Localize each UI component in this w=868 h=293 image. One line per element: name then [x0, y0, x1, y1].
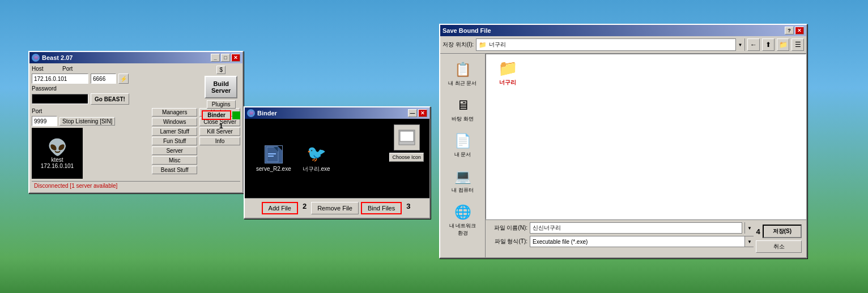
beast-title: 👾 Beast 2.07 — [32, 54, 73, 62]
step3-label: 3 — [406, 202, 410, 214]
server-btn[interactable]: Server — [152, 146, 197, 155]
binder-canvas: serve_R2.exe 🐦 너구리.exe Choose Icon — [245, 119, 429, 198]
build-server-btn[interactable]: BuildServer — [205, 76, 237, 98]
svg-rect-2 — [268, 153, 276, 154]
sidebar-network[interactable]: 🌐 내 네트워크 환경 — [443, 201, 483, 239]
alien-box: 👽 ktest 172.16.0.101 — [32, 128, 83, 179]
connect-btn[interactable]: ⚡ — [118, 74, 129, 84]
filetype-value: Executable file (*.exe) — [533, 239, 588, 245]
beast-close-btn[interactable]: ✕ — [231, 54, 240, 62]
nav-buttons: Managers Windows Lamer Stuff Fun Stuff S… — [152, 108, 197, 179]
save-btn[interactable]: 저장(S) — [763, 225, 802, 238]
filename-label: 파일 이름(N): — [488, 224, 527, 232]
svg-rect-5 — [400, 131, 414, 141]
network-label: 내 네트워크 환경 — [445, 222, 480, 237]
save-main-area: 📁 너구리 파일 이름(N): ▼ — [486, 54, 806, 257]
windows-btn[interactable]: Windows — [152, 118, 197, 126]
alien-icon: 👽 — [48, 138, 67, 157]
recent-icon: 📋 — [454, 61, 472, 79]
beast-minimize-btn[interactable]: _ — [211, 54, 220, 62]
save-window: Save Bound File ? ✕ 저장 위치(I): 📁 너구리 ▼ ← … — [439, 24, 807, 258]
filename-input[interactable] — [530, 222, 742, 234]
save-help-btn[interactable]: ? — [785, 27, 794, 35]
status-text: Disconnected [1 server available] — [34, 183, 117, 189]
icon-preview — [394, 124, 420, 150]
step4-label: 4 — [756, 227, 760, 236]
filetype-combo[interactable]: Executable file (*.exe) ▼ — [530, 236, 754, 247]
save-btn-row: 4 저장(S) — [756, 225, 802, 238]
host-input[interactable] — [32, 74, 88, 84]
location-combo[interactable]: 📁 너구리 ▼ — [476, 38, 745, 51]
alien-name: ktest — [51, 157, 63, 163]
save-views-btn[interactable]: ☰ — [792, 38, 804, 51]
binder-file2: 🐦 너구리.exe — [303, 144, 330, 173]
dollar-btn[interactable]: $ — [216, 66, 225, 74]
documents-label: 내 문서 — [454, 151, 471, 158]
folder-display-icon: 📁 — [498, 59, 518, 77]
computer-label: 내 컴퓨터 — [452, 187, 474, 194]
beast-titlebar: 👾 Beast 2.07 _ □ ✕ — [29, 52, 242, 63]
beast-window-controls: _ □ ✕ — [211, 54, 240, 62]
status-bar: Disconnected [1 server available] — [32, 181, 240, 190]
location-label: 저장 위치(I): — [442, 41, 474, 49]
save-new-folder-btn[interactable]: 📁 — [777, 38, 789, 51]
beast-maximize-btn[interactable]: □ — [221, 54, 230, 62]
sidebar-documents[interactable]: 📄 내 문서 — [443, 130, 483, 161]
choose-icon-btn[interactable]: Choose Icon — [389, 153, 424, 162]
save-bottom: 파일 이름(N): ▼ 파일 형식(T): Executable file (*… — [486, 219, 806, 257]
desktop-icon: 🖥 — [454, 96, 472, 114]
plugins-btn[interactable]: Plugins — [207, 100, 236, 109]
red-bird-icon: 🐦 — [307, 144, 326, 163]
binder-content: serve_R2.exe 🐦 너구리.exe Choose Icon — [245, 119, 429, 218]
stop-btn[interactable]: Stop Listening [SIN] — [59, 117, 115, 126]
computer-icon: 💻 — [454, 167, 472, 186]
misc-btn[interactable]: Misc — [152, 156, 197, 165]
save-title: Save Bound File — [442, 27, 491, 34]
alien-ip: 172.16.0.101 — [41, 163, 74, 169]
binder-minimize-btn[interactable]: — — [408, 109, 417, 117]
beast-stuff-btn[interactable]: Beast Stuff — [152, 166, 197, 174]
filetype-label: 파일 형식(T): — [488, 238, 527, 245]
fun-btn[interactable]: Fun Stuff — [152, 137, 197, 145]
save-controls: ? ✕ — [785, 27, 804, 35]
folder-icon: 📁 — [476, 41, 489, 49]
filetype-row: 파일 형식(T): Executable file (*.exe) ▼ — [488, 236, 754, 247]
cancel-btn[interactable]: 취소 — [756, 240, 802, 253]
sidebar-computer[interactable]: 💻 내 컴퓨터 — [443, 165, 483, 196]
port-label: Port — [62, 66, 91, 72]
desktop: 👾 Beast 2.07 _ □ ✕ Host Port — [0, 0, 868, 293]
bind-files-btn[interactable]: Bind Files — [361, 202, 402, 214]
step1-label: 1 — [219, 122, 223, 130]
port2-input[interactable] — [32, 116, 57, 126]
port2-label: Port — [32, 108, 60, 114]
filename-dropdown-arrow[interactable]: ▼ — [744, 222, 754, 234]
go-beast-btn[interactable]: Go BEAST! — [91, 93, 129, 105]
lamer-btn[interactable]: Lamer Stuff — [152, 127, 197, 136]
save-titlebar: Save Bound File ? ✕ — [440, 25, 806, 36]
file1-name: serve_R2.exe — [256, 166, 291, 172]
binder-titlebar: 👾 Binder — ✕ — [245, 107, 429, 119]
location-dropdown-arrow[interactable]: ▼ — [735, 38, 744, 51]
password-input[interactable] — [32, 94, 88, 104]
beast-window: 👾 Beast 2.07 _ □ ✕ Host Port — [28, 51, 244, 193]
desktop-label: 바탕 화면 — [452, 115, 474, 123]
save-close-btn[interactable]: ✕ — [795, 27, 804, 35]
folder-item[interactable]: 📁 너구리 — [491, 59, 525, 87]
binder-btn[interactable]: Binder — [202, 110, 231, 120]
password-label: Password — [32, 85, 60, 92]
save-back-btn[interactable]: ← — [747, 38, 760, 51]
managers-btn[interactable]: Managers — [152, 108, 197, 117]
add-file-btn[interactable]: Add File — [262, 202, 298, 214]
green-status-icon — [232, 111, 240, 119]
binder-toolbar: Add File 2 Remove File Bind Files 3 — [245, 198, 429, 218]
binder-close-btn[interactable]: ✕ — [418, 109, 427, 117]
binder-controls: — ✕ — [408, 109, 427, 117]
remove-file-btn[interactable]: Remove File — [311, 202, 359, 214]
save-up-btn[interactable]: ⬆ — [762, 38, 775, 51]
info-btn[interactable]: Info — [199, 137, 240, 145]
port-input[interactable] — [91, 74, 116, 84]
sidebar-desktop[interactable]: 🖥 바탕 화면 — [443, 94, 483, 125]
binder-file1: serve_R2.exe — [256, 145, 291, 172]
filetype-dropdown-arrow[interactable]: ▼ — [744, 236, 754, 247]
sidebar-recent[interactable]: 📋 내 최근 문서 — [443, 58, 483, 89]
